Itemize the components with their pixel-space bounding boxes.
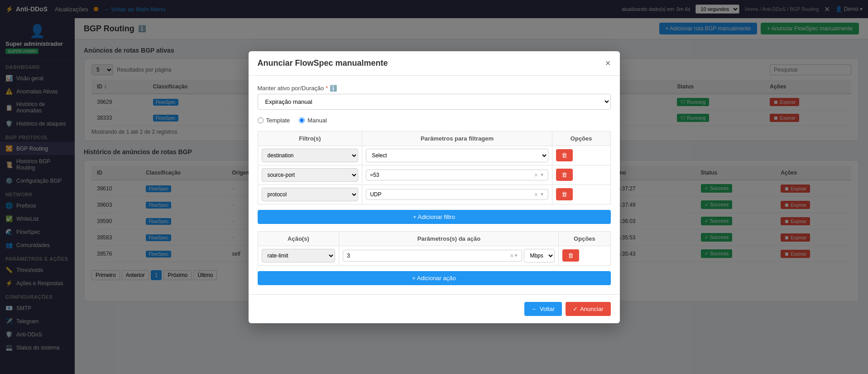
action-row: rate-limit discard × ▼ <box>258 246 610 265</box>
info-tooltip-icon: ℹ️ <box>330 85 337 92</box>
filter-delete-button-1[interactable]: 🗑 <box>556 149 573 161</box>
manual-radio-option[interactable]: Manual <box>299 117 327 124</box>
filter-delete-button-2[interactable]: 🗑 <box>556 169 573 181</box>
modal-title: Anunciar FlowSpec manualmente <box>258 58 388 68</box>
action-param-wrapper: × ▼ Mbps Kbps Gbps <box>343 249 555 262</box>
modal: Anunciar FlowSpec manualmente × Manter a… <box>249 51 620 323</box>
filters-col-params: Parâmetros para filtragem <box>362 131 552 146</box>
modal-close-button[interactable]: × <box>605 58 611 68</box>
add-action-button[interactable]: + Adicionar ação <box>258 271 611 285</box>
back-label: Voltar <box>540 306 555 312</box>
action-type-select[interactable]: rate-limit discard <box>262 249 336 262</box>
filter-param-select-1[interactable]: Select <box>366 149 548 162</box>
actions-table: Ação(s) Parâmetros(s) da ação Opções rat… <box>258 231 611 266</box>
action-unit-select[interactable]: Mbps Kbps Gbps <box>524 249 555 262</box>
duration-select[interactable]: Expiração manual <box>258 94 611 110</box>
template-label: Template <box>266 117 290 124</box>
filter-type-select-2[interactable]: source-port destination protocol <box>262 168 359 182</box>
filter-clear-icon-2[interactable]: × <box>534 172 538 178</box>
modal-overlay[interactable]: Anunciar FlowSpec manualmente × Manter a… <box>0 0 868 374</box>
filter-row: protocol destination source-port × ▼ <box>258 185 610 204</box>
filter-delete-button-3[interactable]: 🗑 <box>556 188 573 200</box>
filter-param-wrapper-3: × ▼ <box>366 189 548 200</box>
filter-dropdown-icon-2[interactable]: ▼ <box>540 172 544 177</box>
modal-body: Manter ativo por/Duração * ℹ️ Expiração … <box>249 76 620 294</box>
filter-clear-icon-3[interactable]: × <box>534 191 538 198</box>
actions-col-action: Ação(s) <box>258 231 339 246</box>
required-star: * <box>326 85 328 92</box>
modal-footer: ← Voltar ✓ Anunciar <box>249 294 620 323</box>
back-button[interactable]: ← Voltar <box>524 302 562 316</box>
filter-type-select-3[interactable]: protocol destination source-port <box>262 188 359 201</box>
action-delete-button[interactable]: 🗑 <box>562 249 579 262</box>
back-icon: ← <box>532 306 537 312</box>
modal-header: Anunciar FlowSpec manualmente × <box>249 51 620 76</box>
filters-col-options: Opções <box>552 131 610 146</box>
action-param-input[interactable] <box>347 253 510 259</box>
filter-row: destination source-port protocol Select … <box>258 146 610 165</box>
template-radio[interactable] <box>258 117 264 123</box>
filters-table: Filtro(s) Parâmetros para filtragem Opçõ… <box>258 131 611 204</box>
filter-param-input-2[interactable] <box>370 172 532 178</box>
action-clear-icon[interactable]: × <box>510 252 513 259</box>
template-radio-option[interactable]: Template <box>258 117 290 124</box>
manual-radio[interactable] <box>299 117 305 123</box>
action-param-input-wrapper: × ▼ <box>343 250 522 262</box>
add-filter-button[interactable]: + Adicionar filtro <box>258 210 611 224</box>
announce-button[interactable]: ✓ Anunciar <box>566 302 610 316</box>
actions-section: Ação(s) Parâmetros(s) da ação Opções rat… <box>258 231 611 285</box>
announce-label: Anunciar <box>580 306 603 312</box>
filter-param-input-3[interactable] <box>370 191 532 198</box>
duration-label: Manter ativo por/Duração * ℹ️ <box>258 85 611 92</box>
filter-type-select-1[interactable]: destination source-port protocol <box>262 149 359 162</box>
filter-param-wrapper-2: × ▼ <box>366 170 548 180</box>
duration-group: Manter ativo por/Duração * ℹ️ Expiração … <box>258 85 611 110</box>
actions-col-options: Opções <box>559 231 610 246</box>
actions-col-params: Parâmetros(s) da ação <box>339 231 559 246</box>
mode-radio-group: Template Manual <box>258 117 611 124</box>
manual-label: Manual <box>307 117 327 124</box>
action-dropdown-icon[interactable]: ▼ <box>514 253 518 258</box>
filter-row: source-port destination protocol × ▼ <box>258 165 610 185</box>
filter-dropdown-icon-3[interactable]: ▼ <box>540 192 544 197</box>
filters-col-filter: Filtro(s) <box>258 131 362 146</box>
announce-icon: ✓ <box>573 306 578 312</box>
